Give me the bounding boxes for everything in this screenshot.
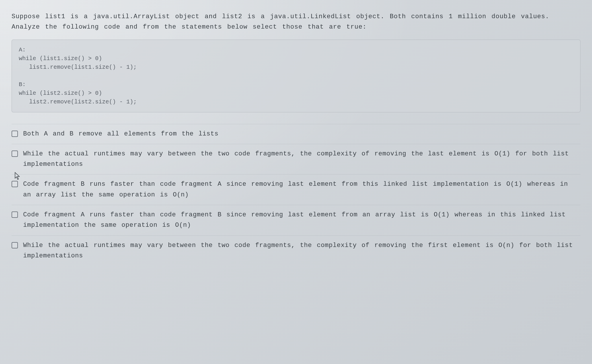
checkbox-2[interactable] [12,151,18,157]
checkbox-3[interactable] [12,181,18,187]
option-3-text: Code fragment B runs faster than code fr… [23,179,580,200]
checkbox-5[interactable] [12,242,18,248]
option-3: Code fragment B runs faster than code fr… [12,174,580,205]
option-5: While the actual runtimes may vary betwe… [12,235,580,266]
option-2-text: While the actual runtimes may vary betwe… [23,149,580,170]
option-1-text: Both A and B remove all elements from th… [23,129,580,139]
option-5-text: While the actual runtimes may vary betwe… [23,240,580,261]
checkbox-1[interactable] [12,131,18,137]
options-container: Both A and B remove all elements from th… [12,124,580,266]
option-1: Both A and B remove all elements from th… [12,124,580,144]
question-prompt: Suppose list1 is a java.util.ArrayList o… [12,12,580,33]
option-4-text: Code fragment A runs faster than code fr… [23,210,580,231]
code-block: A: while (list1.size() > 0) list1.remove… [12,40,580,112]
option-4: Code fragment A runs faster than code fr… [12,205,580,235]
checkbox-4[interactable] [12,211,18,218]
option-2: While the actual runtimes may vary betwe… [12,144,580,174]
